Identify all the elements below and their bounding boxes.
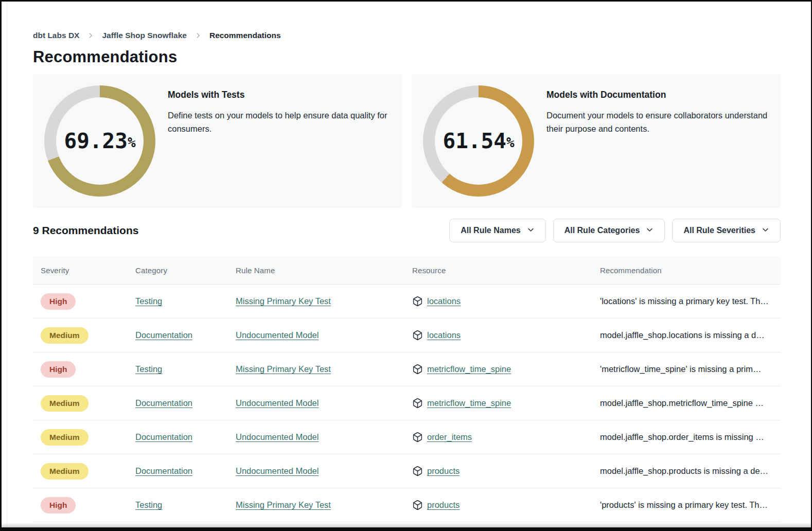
column-header-recommendation: Recommendation <box>600 266 781 275</box>
stat-card-models-with-tests: 69.23% Models with Tests Define tests on… <box>33 74 402 208</box>
category-link[interactable]: Documentation <box>135 432 192 441</box>
category-cell: Documentation <box>135 432 236 442</box>
resource-link[interactable]: metricflow_time_spine <box>427 364 511 374</box>
recommendation-text: model.jaffle_shop.locations is missing a… <box>600 330 781 340</box>
donut-percentage: 61.54% <box>423 85 534 197</box>
rule-name-cell: Undocumented Model <box>236 398 412 408</box>
category-link[interactable]: Testing <box>135 364 162 374</box>
donut-chart-tests: 69.23% <box>44 85 155 197</box>
stat-cards: 69.23% Models with Tests Define tests on… <box>33 74 781 208</box>
filter-rule-categories[interactable]: All Rule Categories <box>553 219 665 242</box>
bottom-edge-shadow <box>2 523 811 527</box>
category-cell: Documentation <box>135 330 236 340</box>
resource-link[interactable]: metricflow_time_spine <box>427 398 511 408</box>
table-row: MediumDocumentationUndocumented Modelloc… <box>33 318 781 352</box>
rule-name-cell: Missing Primary Key Test <box>236 364 412 374</box>
filter-rule-severities[interactable]: All Rule Severities <box>672 219 781 242</box>
severity-cell: High <box>41 293 135 310</box>
filter-rule-names[interactable]: All Rule Names <box>449 219 545 242</box>
severity-badge: High <box>41 361 76 378</box>
model-cube-icon <box>412 466 423 476</box>
severity-badge: Medium <box>41 429 89 446</box>
category-link[interactable]: Testing <box>135 296 162 306</box>
chevron-right-icon <box>87 32 94 39</box>
severity-cell: Medium <box>41 463 135 480</box>
recommendations-count: 9 Recommendations <box>33 224 138 237</box>
chevron-down-icon <box>762 226 769 236</box>
rule-name-link[interactable]: Undocumented Model <box>236 330 319 340</box>
severity-cell: High <box>41 497 135 514</box>
resource-cell: products <box>412 466 600 476</box>
recommendation-text: 'metricflow_time_spine' is missing a pri… <box>600 364 781 374</box>
rule-name-cell: Undocumented Model <box>236 330 412 340</box>
rule-name-link[interactable]: Undocumented Model <box>236 432 319 441</box>
table-row: MediumDocumentationUndocumented Modelmet… <box>33 386 781 420</box>
table-row: MediumDocumentationUndocumented Modelord… <box>33 420 781 454</box>
category-link[interactable]: Documentation <box>135 466 192 475</box>
resource-cell: locations <box>412 330 600 341</box>
category-cell: Documentation <box>135 398 236 408</box>
resource-cell: order_items <box>412 432 600 442</box>
severity-badge: High <box>41 497 76 514</box>
category-cell: Testing <box>135 296 236 306</box>
stat-card-models-with-documentation: 61.54% Models with Documentation Documen… <box>412 74 781 208</box>
table-body: HighTestingMissing Primary Key Testlocat… <box>33 285 781 522</box>
resource-cell: metricflow_time_spine <box>412 398 600 409</box>
column-header-category: Category <box>135 266 236 275</box>
card-description: Define tests on your models to help ensu… <box>168 109 391 135</box>
chevron-right-icon <box>195 32 202 39</box>
resource-link[interactable]: order_items <box>427 432 472 442</box>
chevron-down-icon <box>527 226 535 236</box>
rule-name-link[interactable]: Missing Primary Key Test <box>236 296 331 306</box>
rule-name-link[interactable]: Undocumented Model <box>236 398 319 408</box>
rule-name-link[interactable]: Undocumented Model <box>236 466 319 475</box>
donut-chart-documentation: 61.54% <box>423 85 534 197</box>
resource-link[interactable]: locations <box>427 330 461 340</box>
severity-badge: Medium <box>41 395 89 412</box>
breadcrumb-item-current: Recommendations <box>209 31 281 40</box>
rule-name-cell: Undocumented Model <box>236 466 412 476</box>
card-title: Models with Tests <box>168 90 391 100</box>
filter-bar: All Rule Names All Rule Categories All R… <box>449 219 781 242</box>
page-title: Recommendations <box>33 48 781 66</box>
resource-link[interactable]: locations <box>427 296 461 306</box>
resource-cell: products <box>412 500 600 510</box>
severity-cell: Medium <box>41 429 135 446</box>
resource-link[interactable]: products <box>427 466 460 476</box>
chevron-down-icon <box>646 226 654 236</box>
rule-name-cell: Missing Primary Key Test <box>236 500 412 510</box>
severity-badge: Medium <box>41 463 89 480</box>
category-cell: Testing <box>135 500 236 510</box>
model-cube-icon <box>412 296 423 307</box>
rule-name-cell: Missing Primary Key Test <box>236 296 412 306</box>
severity-cell: Medium <box>41 327 135 344</box>
donut-percentage: 69.23% <box>44 85 155 197</box>
table-row: HighTestingMissing Primary Key Testmetri… <box>33 352 781 386</box>
table-row: HighTestingMissing Primary Key Testprodu… <box>33 488 781 522</box>
app-window: dbt Labs DX Jaffle Shop Snowflake Recomm… <box>2 2 811 527</box>
category-link[interactable]: Documentation <box>135 330 192 340</box>
rule-name-link[interactable]: Missing Primary Key Test <box>236 500 331 509</box>
category-link[interactable]: Testing <box>135 500 162 509</box>
column-header-rule-name: Rule Name <box>236 266 412 275</box>
recommendation-text: model.jaffle_shop.products is missing a … <box>600 466 781 476</box>
card-title: Models with Documentation <box>546 90 769 100</box>
model-cube-icon <box>412 330 423 341</box>
rule-name-link[interactable]: Missing Primary Key Test <box>236 364 331 374</box>
resource-cell: locations <box>412 296 600 307</box>
recommendation-text: 'products' is missing a primary key test… <box>600 500 781 510</box>
breadcrumb-item-account[interactable]: dbt Labs DX <box>33 31 79 40</box>
model-cube-icon <box>412 432 423 442</box>
breadcrumb-item-project[interactable]: Jaffle Shop Snowflake <box>102 31 187 40</box>
severity-cell: High <box>41 361 135 378</box>
table-header: Severity Category Rule Name Resource Rec… <box>33 256 781 285</box>
recommendation-text: model.jaffle_shop.order_items is missing… <box>600 432 781 442</box>
category-link[interactable]: Documentation <box>135 398 192 408</box>
table-row: MediumDocumentationUndocumented Modelpro… <box>33 454 781 488</box>
model-cube-icon <box>412 364 423 375</box>
column-header-severity: Severity <box>41 266 135 275</box>
breadcrumb: dbt Labs DX Jaffle Shop Snowflake Recomm… <box>33 31 781 40</box>
resource-link[interactable]: products <box>427 500 460 510</box>
recommendation-text: 'locations' is missing a primary key tes… <box>600 296 781 306</box>
category-cell: Documentation <box>135 466 236 476</box>
